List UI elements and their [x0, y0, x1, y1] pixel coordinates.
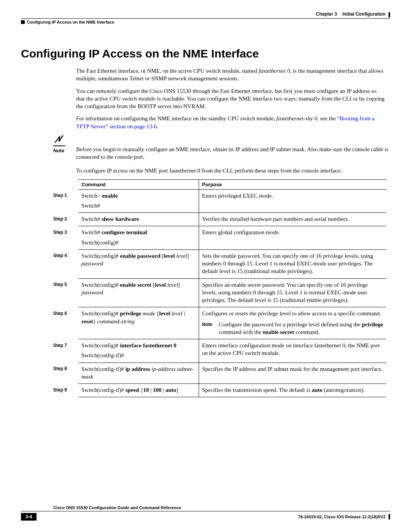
purpose-header: Purpose — [199, 179, 387, 189]
body-text-2: To configure IP access on the NME port f… — [76, 167, 386, 174]
command-cell: Switch# configure terminalSwitch(config)… — [78, 226, 199, 250]
page-title: Configuring IP Access on the NME Interfa… — [21, 47, 390, 60]
note-icon — [53, 138, 65, 146]
running-subheader: Configuring IP Access on the NME Interfa… — [21, 18, 390, 24]
purpose-cell: Enters privileged EXEC mode. — [199, 189, 387, 213]
steps-table: Command Purpose Step 1Switch> enableSwit… — [53, 179, 386, 398]
table-row: Step 1Switch> enableSwitch#Enters privil… — [53, 189, 386, 213]
step-label: Step 8 — [53, 363, 78, 384]
table-row: Step 5Switch(config)# enable secret [lev… — [53, 278, 386, 307]
table-row: Step 7Switch(config)# interface fastethe… — [53, 339, 386, 363]
command-header: Command — [78, 179, 199, 189]
step-label: Step 4 — [53, 249, 78, 278]
step-label: Step 7 — [53, 339, 78, 363]
purpose-cell: Enters interface configuration mode on i… — [199, 339, 387, 363]
footer-doc-title: Cisco ONS 15530 Configuration Guide and … — [21, 505, 390, 511]
footer-mark-icon — [389, 514, 390, 519]
header-mark-icon — [389, 12, 390, 18]
page: Chapter 3 Initial Configuration Configur… — [0, 0, 411, 532]
page-number-badge: 3-4 — [21, 513, 37, 521]
step-header — [53, 179, 78, 189]
chapter-number: Chapter 3 — [316, 11, 337, 17]
purpose-cell: Configures or resets the privilege level… — [199, 307, 387, 339]
purpose-cell: Sets the enable password. You can specif… — [199, 249, 387, 278]
note-text: Before you begin to manually configure a… — [76, 138, 390, 161]
step-label: Step 2 — [53, 213, 78, 226]
command-cell: Switch> enableSwitch# — [78, 189, 199, 213]
command-cell: Switch# show hardware — [78, 213, 199, 226]
table-row: Step 8Switch(config-if)# ip address ip-a… — [53, 363, 386, 384]
command-cell: Switch(config-if)# ip address ip-address… — [78, 363, 199, 384]
step-label: Step 6 — [53, 307, 78, 339]
step-label: Step 1 — [53, 189, 78, 213]
purpose-cell: Specifies the transmission speed. The de… — [199, 384, 387, 397]
note-block: Note Before you begin to manually config… — [53, 138, 390, 161]
purpose-cell: Specifies an enable secret password. You… — [199, 278, 387, 307]
step-label: Step 9 — [53, 384, 78, 397]
paragraph-2: You can remotely configure the Cisco ONS… — [76, 87, 386, 110]
purpose-cell: Specifies the IP address and IP subnet m… — [199, 363, 387, 384]
running-header-row: Chapter 3 Initial Configuration — [21, 11, 390, 18]
chapter-title: Initial Configuration — [342, 11, 386, 17]
step-label: Step 5 — [53, 278, 78, 307]
body-text: The Fast Ethernet interface, or NME, on … — [76, 67, 386, 130]
command-cell: Switch(config)# enable secret [level lev… — [78, 278, 199, 307]
table-row: Step 9Switch(config-if)# speed {10 | 100… — [53, 384, 386, 397]
paragraph-4: To configure IP access on the NME port f… — [76, 167, 386, 174]
page-footer: Cisco ONS 15530 Configuration Guide and … — [21, 505, 390, 521]
table-row: Step 3Switch# configure terminalSwitch(c… — [53, 226, 386, 250]
table-row: Step 6Switch(config)# privilege mode {le… — [53, 307, 386, 339]
purpose-cell: Enters global configuration mode. — [199, 226, 387, 250]
note-label: Note — [53, 148, 76, 153]
running-header: Chapter 3 Initial Configuration — [316, 11, 386, 18]
table-row: Step 4Switch(config)# enable password [l… — [53, 249, 386, 278]
table-row: Step 2Switch# show hardwareVerifies the … — [53, 213, 386, 226]
command-cell: Switch(config-if)# speed {10 | 100 | aut… — [78, 384, 199, 397]
section-mark-icon — [21, 20, 25, 24]
paragraph-1: The Fast Ethernet interface, or NME, on … — [76, 67, 386, 83]
command-cell: Switch(config)# enable password [level l… — [78, 249, 199, 278]
command-cell: Switch(config)# interface fastethernet 0… — [78, 339, 199, 363]
section-title: Configuring IP Access on the NME Interfa… — [27, 20, 114, 24]
inline-note: NoteConfigure the password for a privile… — [202, 321, 383, 336]
footer-release: 78-16019-02, Cisco IOS Release 12.2(18)S… — [298, 514, 386, 519]
command-cell: Switch(config)# privilege mode {level le… — [78, 307, 199, 339]
purpose-cell: Verifies the installed hardware part num… — [199, 213, 387, 226]
paragraph-3: For information on configuring the NME i… — [76, 115, 386, 130]
step-label: Step 3 — [53, 226, 78, 250]
